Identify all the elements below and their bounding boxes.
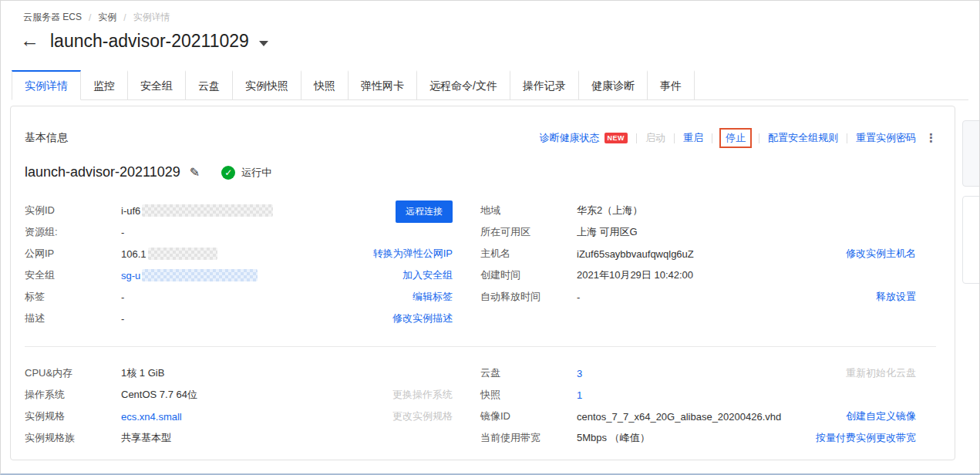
- tab-events[interactable]: 事件: [648, 70, 695, 100]
- action-divider: [759, 133, 759, 143]
- side-panel-collapsed-bottom[interactable]: [962, 196, 980, 284]
- row-description: 描述 - 修改实例描述: [25, 308, 453, 329]
- breadcrumb: 云服务器 ECS / 实例 / 实例详情: [1, 1, 979, 24]
- diagnose-health-link[interactable]: 诊断健康状态: [540, 131, 600, 145]
- instance-name-row: launch-advisor-20211029 ✎ ✓ 运行中: [25, 164, 936, 180]
- row-snapshots: 快照 1: [480, 384, 916, 406]
- change-instance-type-link: 更改实例规格: [392, 409, 453, 423]
- tab-health-diagnosis[interactable]: 健康诊断: [579, 70, 648, 100]
- tab-snapshots[interactable]: 快照: [301, 70, 349, 100]
- action-divider: [847, 133, 847, 143]
- breadcrumb-ecs[interactable]: 云服务器 ECS: [23, 11, 82, 24]
- new-badge: NEW: [605, 133, 628, 143]
- masked-public-ip: [148, 248, 217, 260]
- breadcrumb-instances[interactable]: 实例: [98, 11, 116, 24]
- tab-enis[interactable]: 弹性网卡: [349, 70, 417, 100]
- status-text: 运行中: [241, 166, 271, 180]
- row-hostname: 主机名 iZuf65saybbvaufqwqlg6uZ 修改实例主机名: [480, 243, 916, 264]
- create-custom-image-link[interactable]: 创建自定义镜像: [846, 409, 916, 423]
- edit-description-link[interactable]: 修改实例描述: [392, 312, 453, 325]
- tab-monitoring[interactable]: 监控: [81, 70, 128, 100]
- breadcrumb-separator: /: [89, 12, 91, 23]
- ecs-instance-detail-page: 云服务器 ECS / 实例 / 实例详情 ← launch-advisor-20…: [0, 0, 980, 475]
- status-badge: ✓ 运行中: [221, 166, 271, 180]
- instance-actions: 诊断健康状态 NEW 启动 重启 停止 配置安全组规则 重置实例密码 ⋮: [540, 128, 937, 148]
- row-security-group: 安全组 sg-u 加入安全组: [25, 264, 453, 286]
- section-divider: [25, 346, 936, 347]
- tab-operation-records[interactable]: 操作记录: [510, 70, 579, 100]
- release-settings-link[interactable]: 释放设置: [876, 290, 916, 304]
- instance-name: launch-advisor-20211029: [25, 164, 180, 180]
- tab-remote-command-file[interactable]: 远程命令/文件: [417, 70, 510, 100]
- row-created-time: 创建时间 2021年10月29日 10:42:00: [480, 264, 916, 286]
- join-security-group-link[interactable]: 加入安全组: [402, 268, 453, 282]
- side-panel-collapsed-top[interactable]: [962, 120, 980, 187]
- start-link: 启动: [645, 131, 665, 145]
- tab-disks[interactable]: 云盘: [186, 70, 233, 100]
- chevron-down-icon[interactable]: [259, 41, 268, 46]
- row-public-ip: 公网IP 106.1 转换为弹性公网IP: [25, 243, 453, 264]
- row-tags: 标签 - 编辑标签: [25, 286, 453, 308]
- row-bandwidth: 当前使用带宽 5Mbps （峰值） 按量付费实例更改带宽: [480, 427, 916, 449]
- tab-security-groups[interactable]: 安全组: [128, 70, 186, 100]
- row-os: 操作系统 CentOS 7.7 64位 更换操作系统: [25, 384, 453, 406]
- modify-hostname-link[interactable]: 修改实例主机名: [846, 247, 916, 261]
- convert-to-eip-link[interactable]: 转换为弹性公网IP: [373, 247, 453, 261]
- breadcrumb-separator: /: [123, 12, 126, 23]
- basic-info-card: 基本信息 诊断健康状态 NEW 启动 重启 停止 配置安全组规则 重置实例密码 …: [10, 106, 955, 460]
- config-grid: CPU&内存 1核 1 GiB 操作系统 CentOS 7.7 64位 更换操作…: [25, 362, 936, 449]
- tab-instance-snapshots[interactable]: 实例快照: [233, 70, 301, 100]
- stop-highlight-box: 停止: [719, 128, 752, 148]
- change-os-link: 更换操作系统: [392, 388, 453, 402]
- row-cpu-memory: CPU&内存 1核 1 GiB: [25, 362, 453, 384]
- configure-security-group-link[interactable]: 配置安全组规则: [768, 131, 838, 145]
- reset-instance-password-link[interactable]: 重置实例密码: [856, 131, 916, 145]
- row-instance-id: 实例ID i-uf6: [25, 200, 453, 221]
- action-divider: [712, 133, 712, 143]
- page-title: launch-advisor-20211029: [50, 31, 249, 52]
- masked-security-group: [142, 269, 258, 281]
- row-instance-type: 实例规格 ecs.xn4.small 更改实例规格: [25, 406, 453, 427]
- action-divider: [636, 133, 637, 143]
- tab-instance-details[interactable]: 实例详情: [12, 70, 81, 100]
- row-resource-group: 资源组: -: [25, 221, 453, 243]
- instance-type-link[interactable]: ecs.xn4.small: [121, 411, 182, 423]
- running-check-icon: ✓: [221, 166, 235, 180]
- title-row: ← launch-advisor-20211029: [20, 31, 979, 52]
- disks-count-link[interactable]: 3: [577, 368, 582, 379]
- row-image-id: 镜像ID centos_7_7_x64_20G_alibase_20200426…: [480, 406, 916, 427]
- row-disks: 云盘 3 重新初始化云盘: [480, 362, 916, 384]
- detail-grid: 远程连接 实例ID i-uf6 资源组: - 公网IP 106.1 转换为弹性公…: [25, 200, 936, 329]
- remote-connect-button[interactable]: 远程连接: [396, 200, 453, 223]
- row-auto-release-time: 自动释放时间 - 释放设置: [480, 286, 916, 308]
- edit-name-icon[interactable]: ✎: [190, 165, 200, 180]
- snapshots-count-link[interactable]: 1: [577, 389, 582, 401]
- more-actions-icon[interactable]: ⋮: [925, 131, 936, 145]
- restart-link[interactable]: 重启: [683, 131, 703, 145]
- row-region: 地域 华东2（上海）: [480, 200, 916, 221]
- row-instance-type-family: 实例规格族 共享基本型: [25, 427, 453, 449]
- row-zone: 所在可用区 上海 可用区G: [480, 221, 916, 243]
- tab-bar-filler: [695, 70, 968, 100]
- stop-link[interactable]: 停止: [726, 132, 746, 143]
- breadcrumb-instance-detail: 实例详情: [133, 11, 170, 24]
- action-divider: [674, 133, 675, 143]
- edit-tags-link[interactable]: 编辑标签: [413, 290, 453, 304]
- change-bandwidth-link[interactable]: 按量付费实例更改带宽: [816, 431, 916, 445]
- reinitialize-disk-link: 重新初始化云盘: [846, 366, 916, 380]
- back-arrow-icon[interactable]: ←: [20, 31, 39, 50]
- section-title-basic-info: 基本信息: [25, 131, 68, 145]
- masked-instance-id: [142, 204, 273, 217]
- tab-bar: 实例详情 监控 安全组 云盘 实例快照 快照 弹性网卡 远程命令/文件 操作记录…: [12, 70, 968, 100]
- security-group-link[interactable]: sg-u: [121, 269, 258, 281]
